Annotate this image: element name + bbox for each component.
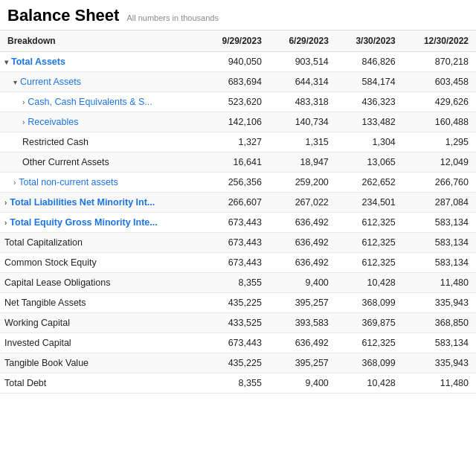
row-value: 259,200 bbox=[269, 173, 336, 193]
row-value: 262,652 bbox=[336, 173, 403, 193]
table-row: Total Capitalization673,443636,492612,32… bbox=[0, 233, 476, 253]
row-value: 335,943 bbox=[403, 353, 476, 373]
row-label-text: Other Current Assets bbox=[22, 157, 109, 167]
row-value: 636,492 bbox=[269, 253, 336, 273]
row-value: 266,607 bbox=[202, 193, 269, 213]
row-value: 393,583 bbox=[269, 313, 336, 333]
row-value: 1,295 bbox=[403, 132, 476, 152]
row-value: 8,355 bbox=[202, 373, 269, 394]
row-value: 903,514 bbox=[269, 52, 336, 72]
row-value: 266,760 bbox=[403, 173, 476, 193]
chevron-right-icon: › bbox=[22, 118, 25, 126]
row-value: 636,492 bbox=[269, 233, 336, 253]
row-value: 603,458 bbox=[403, 72, 476, 92]
row-label-text: Common Stock Equity bbox=[4, 257, 97, 268]
row-value: 234,501 bbox=[336, 193, 403, 213]
row-label: Capital Lease Obligations bbox=[0, 273, 202, 293]
table-row: Net Tangible Assets435,225395,257368,099… bbox=[0, 293, 476, 313]
row-label: Working Capital bbox=[0, 313, 202, 333]
row-value: 16,641 bbox=[202, 152, 269, 173]
row-value: 368,099 bbox=[336, 293, 403, 313]
chevron-down-icon: ▾ bbox=[4, 58, 8, 66]
row-label: Common Stock Equity bbox=[0, 253, 202, 273]
row-value: 436,323 bbox=[336, 92, 403, 112]
row-value: 267,022 bbox=[269, 193, 336, 213]
row-value: 612,325 bbox=[336, 233, 403, 253]
row-value: 160,488 bbox=[403, 112, 476, 132]
row-value: 1,315 bbox=[269, 132, 336, 152]
row-value: 673,443 bbox=[202, 333, 269, 353]
row-label-text[interactable]: Total Equity Gross Minority Inte... bbox=[10, 217, 157, 228]
row-value: 368,099 bbox=[336, 353, 403, 373]
row-value: 140,734 bbox=[269, 112, 336, 132]
row-value: 940,050 bbox=[202, 52, 269, 72]
table-row: ›Total Liabilities Net Minority Int...26… bbox=[0, 193, 476, 213]
col-header-q3: 3/30/2023 bbox=[336, 30, 403, 52]
row-value: 335,943 bbox=[403, 293, 476, 313]
row-value: 12,049 bbox=[403, 152, 476, 173]
page-header: Balance Sheet All numbers in thousands bbox=[0, 0, 476, 30]
col-header-q1: 9/29/2023 bbox=[202, 30, 269, 52]
row-value: 287,084 bbox=[403, 193, 476, 213]
row-value: 583,134 bbox=[403, 213, 476, 233]
table-row: ›Cash, Cash Equivalents & S...523,620483… bbox=[0, 92, 476, 112]
row-label-text: Capital Lease Obligations bbox=[4, 277, 110, 288]
row-label[interactable]: ›Total non-current assets bbox=[0, 173, 202, 193]
row-label-text[interactable]: Total non-current assets bbox=[19, 177, 118, 187]
table-row: Working Capital433,525393,583369,875368,… bbox=[0, 313, 476, 333]
chevron-right-icon: › bbox=[13, 179, 16, 187]
row-value: 612,325 bbox=[336, 213, 403, 233]
table-row: ›Total Equity Gross Minority Inte...673,… bbox=[0, 213, 476, 233]
chevron-right-icon: › bbox=[4, 219, 7, 227]
row-value: 133,482 bbox=[336, 112, 403, 132]
row-value: 523,620 bbox=[202, 92, 269, 112]
row-label-text[interactable]: Cash, Cash Equivalents & S... bbox=[28, 97, 152, 107]
row-label: Tangible Book Value bbox=[0, 353, 202, 373]
table-row: Other Current Assets16,64118,94713,06512… bbox=[0, 152, 476, 173]
row-value: 395,257 bbox=[269, 293, 336, 313]
row-value: 583,134 bbox=[403, 253, 476, 273]
row-label-text[interactable]: Total Liabilities Net Minority Int... bbox=[10, 197, 155, 208]
table-row: Common Stock Equity673,443636,492612,325… bbox=[0, 253, 476, 273]
row-value: 395,257 bbox=[269, 353, 336, 373]
row-label: Total Capitalization bbox=[0, 233, 202, 253]
row-value: 256,356 bbox=[202, 173, 269, 193]
row-label-text: Total Capitalization bbox=[4, 237, 83, 248]
row-label-text[interactable]: Receivables bbox=[28, 117, 78, 127]
row-value: 683,694 bbox=[202, 72, 269, 92]
row-label[interactable]: ▾Current Assets bbox=[0, 72, 202, 92]
row-label-text[interactable]: Total Assets bbox=[11, 57, 65, 67]
row-label-text: Restricted Cash bbox=[22, 137, 89, 147]
row-label[interactable]: ›Total Equity Gross Minority Inte... bbox=[0, 213, 202, 233]
row-label[interactable]: ›Total Liabilities Net Minority Int... bbox=[0, 193, 202, 213]
row-value: 9,400 bbox=[269, 273, 336, 293]
table-row: ›Total non-current assets256,356259,2002… bbox=[0, 173, 476, 193]
table-header-row: Breakdown 9/29/2023 6/29/2023 3/30/2023 … bbox=[0, 30, 476, 52]
row-value: 483,318 bbox=[269, 92, 336, 112]
col-header-breakdown: Breakdown bbox=[0, 30, 202, 52]
row-label-text: Working Capital bbox=[4, 318, 70, 328]
row-value: 11,480 bbox=[403, 373, 476, 394]
row-value: 644,314 bbox=[269, 72, 336, 92]
row-value: 435,225 bbox=[202, 353, 269, 373]
row-value: 846,826 bbox=[336, 52, 403, 72]
row-value: 612,325 bbox=[336, 253, 403, 273]
page-title: Balance Sheet bbox=[7, 6, 119, 25]
table-row: Restricted Cash1,3271,3151,3041,295 bbox=[0, 132, 476, 152]
row-value: 612,325 bbox=[336, 333, 403, 353]
row-label[interactable]: ›Receivables bbox=[0, 112, 202, 132]
row-label-text: Invested Capital bbox=[4, 338, 71, 348]
row-value: 583,134 bbox=[403, 333, 476, 353]
row-label: Total Debt bbox=[0, 373, 202, 394]
row-value: 435,225 bbox=[202, 293, 269, 313]
chevron-right-icon: › bbox=[22, 98, 25, 106]
row-value: 673,443 bbox=[202, 233, 269, 253]
row-value: 433,525 bbox=[202, 313, 269, 333]
row-label[interactable]: ›Cash, Cash Equivalents & S... bbox=[0, 92, 202, 112]
row-label-text[interactable]: Current Assets bbox=[20, 77, 81, 87]
row-value: 636,492 bbox=[269, 333, 336, 353]
chevron-right-icon: › bbox=[4, 199, 7, 207]
row-value: 584,174 bbox=[336, 72, 403, 92]
row-label[interactable]: ▾Total Assets bbox=[0, 52, 202, 72]
table-row: Total Debt8,3559,40010,42811,480 bbox=[0, 373, 476, 394]
